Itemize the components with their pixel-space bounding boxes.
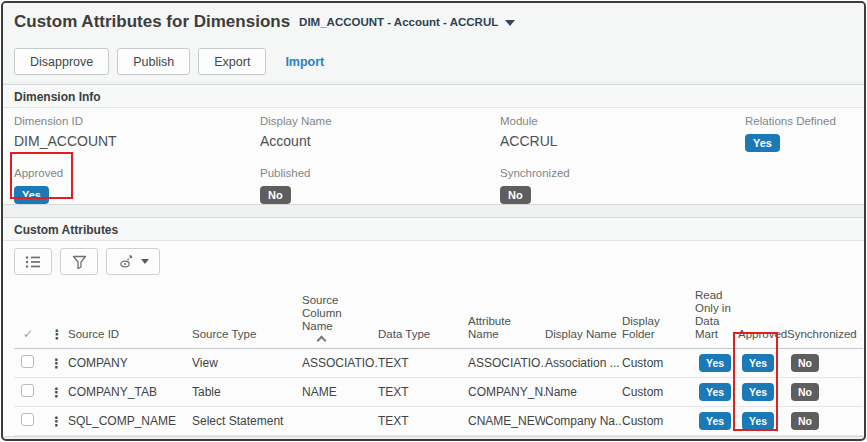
cell-data-type: TEXT <box>378 414 468 428</box>
sort-ascending-icon <box>317 336 327 346</box>
cell-source-column-name: NAME <box>302 385 378 399</box>
col-source-type[interactable]: Source Type <box>192 328 302 348</box>
cell-display-folder: Custom <box>622 414 695 428</box>
cell-source-column-name: ASSOCIATIO... <box>302 356 378 370</box>
read-only-badge: Yes <box>699 412 731 430</box>
status-badge: Yes <box>745 134 780 152</box>
approved-badge: Yes <box>742 354 774 372</box>
cell-attribute-name: ASSOCIATIO... <box>468 356 545 370</box>
cell-attribute-name: COMPANY_N... <box>468 385 545 399</box>
field-label: Synchronized <box>500 167 745 179</box>
row-menu-icon[interactable]: ⋮ <box>50 415 68 428</box>
field-label: Approved <box>14 167 260 179</box>
row-menu-icon[interactable]: ⋮ <box>50 386 68 399</box>
export-button[interactable]: Export <box>198 48 266 75</box>
field-synchronized: Synchronized No <box>500 167 745 204</box>
field-module: Module ACCRUL <box>500 115 745 152</box>
approved-badge: Yes <box>742 412 774 430</box>
select-all-check-icon[interactable]: ✓ <box>14 328 50 348</box>
row-checkbox[interactable] <box>21 355 34 368</box>
table-row: ⋮ COMPANY_TAB Table NAME TEXT COMPANY_N.… <box>14 378 863 407</box>
field-label: Module <box>500 115 745 127</box>
read-only-badge: Yes <box>699 354 731 372</box>
field-value: DIM_ACCOUNT <box>14 133 260 149</box>
status-badge: No <box>500 186 531 204</box>
col-approved[interactable]: Approved <box>738 328 787 348</box>
dimension-info-section-title: Dimension Info <box>3 85 864 108</box>
custom-attributes-panel: Custom Attributes <box>3 217 864 437</box>
field-label: Dimension ID <box>14 115 260 127</box>
action-button-row: Disapprove Publish Export Import <box>14 48 335 75</box>
field-value: ACCRUL <box>500 133 745 149</box>
status-badge: Yes <box>14 186 49 204</box>
approved-badge: Yes <box>742 383 774 401</box>
field-display-name: Display Name Account <box>260 115 500 152</box>
cell-source-type: Table <box>192 385 302 399</box>
cell-source-id: COMPANY_TAB <box>68 385 192 399</box>
row-checkbox[interactable] <box>21 413 34 426</box>
dimension-context-dropdown[interactable]: DIM_ACCOUNT - Account - ACCRUL <box>299 16 515 28</box>
page-title: Custom Attributes for Dimensions <box>14 12 290 32</box>
dimension-info-panel: Dimension Info Dimension ID DIM_ACCOUNT … <box>3 84 864 205</box>
col-read-only-in-data-mart[interactable]: Read Only in Data Mart <box>695 289 738 348</box>
cell-display-name: Company Na... <box>545 414 622 428</box>
field-approved: Approved Yes <box>14 167 260 204</box>
dimension-context-label: DIM_ACCOUNT - Account - ACCRUL <box>299 16 498 28</box>
table-row: ⋮ COMPANY View ASSOCIATIO... TEXT ASSOCI… <box>14 349 863 378</box>
page-header: Custom Attributes for Dimensions DIM_ACC… <box>3 3 864 82</box>
app-window: Custom Attributes for Dimensions DIM_ACC… <box>1 1 866 441</box>
custom-attributes-table: ✓ ⋮ Source ID Source Type Source Column … <box>14 276 863 436</box>
field-relations-defined: Relations Defined Yes <box>745 115 864 152</box>
export-view-split-button[interactable] <box>106 248 160 275</box>
field-published: Published No <box>260 167 500 204</box>
chevron-down-icon <box>505 20 515 26</box>
synchronized-badge: No <box>791 354 819 372</box>
header-row-menu-icon[interactable]: ⋮ <box>50 328 68 348</box>
field-value: Account <box>260 133 500 149</box>
col-attribute-name[interactable]: Attribute Name <box>468 315 545 348</box>
import-button[interactable]: Import <box>274 48 335 75</box>
cell-attribute-name: CNAME_NEW <box>468 414 545 428</box>
publish-button[interactable]: Publish <box>117 48 190 75</box>
col-source-column-name[interactable]: Source Column Name <box>302 294 378 348</box>
cell-data-type: TEXT <box>378 356 468 370</box>
cell-display-name: Name <box>545 385 622 399</box>
read-only-badge: Yes <box>699 383 731 401</box>
table-header-row: ✓ ⋮ Source ID Source Type Source Column … <box>14 276 863 349</box>
table-row: ⋮ SQL_COMP_NAME Select Statement TEXT CN… <box>14 407 863 436</box>
cell-source-id: COMPANY <box>68 356 192 370</box>
cell-source-type: View <box>192 356 302 370</box>
cell-source-id: SQL_COMP_NAME <box>68 414 192 428</box>
row-checkbox[interactable] <box>21 384 34 397</box>
col-display-name[interactable]: Display Name <box>545 328 622 348</box>
cell-data-type: TEXT <box>378 385 468 399</box>
row-menu-icon[interactable]: ⋮ <box>50 357 68 370</box>
cell-source-type: Select Statement <box>192 414 302 428</box>
grid-toolbar <box>14 248 160 275</box>
cell-display-name: Association ... <box>545 356 622 370</box>
col-synchronized[interactable]: Synchronized <box>787 328 863 348</box>
disapprove-button[interactable]: Disapprove <box>14 48 109 75</box>
custom-attributes-section-title: Custom Attributes <box>3 218 864 241</box>
field-label: Published <box>260 167 500 179</box>
dropdown-caret-icon[interactable] <box>141 259 149 264</box>
cell-display-folder: Custom <box>622 385 695 399</box>
field-label: Display Name <box>260 115 500 127</box>
filter-button[interactable] <box>60 248 98 275</box>
status-badge: No <box>260 186 291 204</box>
synchronized-badge: No <box>791 412 819 430</box>
col-data-type[interactable]: Data Type <box>378 328 468 348</box>
field-label: Relations Defined <box>745 115 864 127</box>
cell-display-folder: Custom <box>622 356 695 370</box>
filter-icon <box>72 255 87 269</box>
choose-columns-icon <box>25 255 41 269</box>
col-source-id[interactable]: Source ID <box>68 328 192 348</box>
export-view-icon <box>118 254 134 269</box>
synchronized-badge: No <box>791 383 819 401</box>
col-display-folder[interactable]: Display Folder <box>622 315 695 348</box>
choose-columns-button[interactable] <box>14 248 52 275</box>
field-dimension-id: Dimension ID DIM_ACCOUNT <box>14 115 260 152</box>
